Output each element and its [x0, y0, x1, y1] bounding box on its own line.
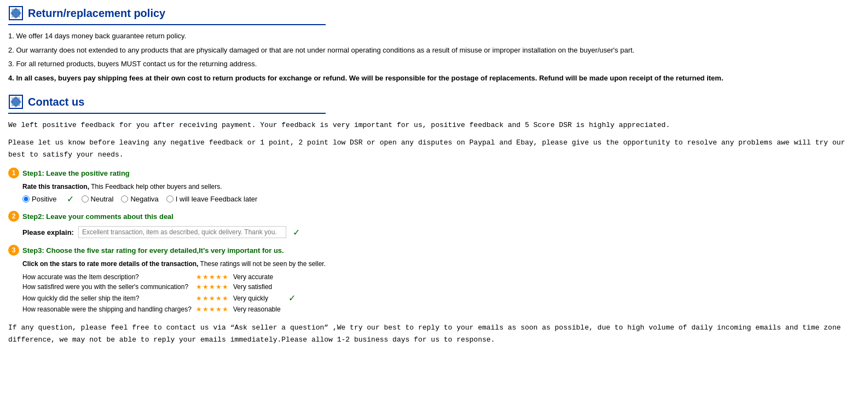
radio-later-input[interactable] [166, 195, 173, 203]
policy-item-1: 1. We offer 14 days money back guarantee… [8, 31, 860, 42]
rating-row-4: How reasonable were the shipping and han… [22, 304, 300, 314]
rate-text-sub: This Feedback help other buyers and sell… [91, 183, 222, 191]
radio-negative-label: Negativa [130, 195, 158, 203]
radio-neutral[interactable]: Neutral [82, 195, 114, 203]
policy-item-2: 2. Our warranty does not extended to any… [8, 45, 860, 56]
step2-container: 2 Step2: Leave your comments about this … [8, 211, 860, 238]
svg-rect-3 [13, 10, 19, 16]
rating-question-3: How quickly did the seller ship the item… [22, 292, 196, 304]
policy-item-1-text: 1. We offer 14 days money back guarantee… [8, 32, 186, 40]
radio-later[interactable]: I will leave Feedback later [166, 195, 258, 203]
stars-instruction-normal: These ratings will not be seen by the se… [200, 260, 326, 268]
ratings-table: How accurate was the Item description? ★… [22, 272, 300, 314]
positive-checkmark: ✓ [67, 194, 74, 204]
ship-checkmark: ✓ [288, 293, 296, 303]
rating-question-4: How reasonable were the shipping and han… [22, 304, 196, 314]
radio-later-label: I will leave Feedback later [176, 195, 258, 203]
rating-desc-2: Very satisfied [233, 282, 285, 292]
feedback-text-1: We left positive feedback for you after … [8, 119, 860, 131]
rating-row-1: How accurate was the Item description? ★… [22, 272, 300, 282]
rating-question-2: How satisfired were you with the seller'… [22, 282, 196, 292]
rating-row-3: How quickly did the seller ship the item… [22, 292, 300, 304]
policy-item-3: 3. For all returned products, buyers MUS… [8, 59, 860, 70]
rating-stars-2[interactable]: ★★★★★ [196, 282, 233, 292]
radio-positive-label: Positive [32, 195, 57, 203]
radio-positive[interactable]: Positive [22, 195, 57, 203]
rating-stars-1[interactable]: ★★★★★ [196, 272, 233, 282]
feedback-text-2: Please let us know before leaving any ne… [8, 137, 860, 161]
rating-row-2: How satisfired were you with the seller'… [22, 282, 300, 292]
step2-number: 2 [8, 211, 19, 222]
return-policy-section: Return/replacement policy 1. We offer 14… [8, 5, 860, 83]
stars-instruction: Click on the stars to rate more details … [22, 260, 860, 268]
contact-diamond-icon [8, 94, 24, 109]
step3-label: Step3: Choose the five star rating for e… [22, 246, 284, 255]
explain-input[interactable] [78, 226, 286, 238]
step3-number: 3 [8, 245, 19, 256]
rating-stars-3[interactable]: ★★★★★ [196, 292, 233, 304]
rating-desc-3: Very quickly [233, 292, 285, 304]
policy-item-4-text: 4. In all cases, buyers pay shipping fee… [8, 74, 724, 82]
contact-us-divider [8, 113, 326, 114]
policy-item-2-text: 2. Our warranty does not extended to any… [8, 46, 634, 54]
step1-container: 1 Step1: Leave the positive rating Rate … [8, 168, 860, 204]
step3-header: 3 Step3: Choose the five star rating for… [8, 245, 860, 256]
rate-text: Rate this transaction, This Feedback hel… [22, 183, 860, 191]
step2-label: Step2: Leave your comments about this de… [22, 212, 173, 221]
policy-item-4: 4. In all cases, buyers pay shipping fee… [8, 73, 860, 84]
explain-label: Please explain: [22, 228, 74, 236]
explain-checkmark: ✓ [293, 227, 300, 238]
rating-desc-1: Very accurate [233, 272, 285, 282]
stars-instruction-bold: Click on the stars to rate more details … [22, 260, 198, 268]
step3-container: 3 Step3: Choose the five star rating for… [8, 245, 860, 314]
policy-item-3-text: 3. For all returned products, buyers MUS… [8, 60, 257, 68]
radio-group: Positive ✓ Neutral Negativa I will leave… [22, 194, 860, 204]
step1-header: 1 Step1: Leave the positive rating [8, 168, 860, 178]
step1-label: Step1: Leave the positive rating [22, 169, 130, 177]
rating-stars-4[interactable]: ★★★★★ [196, 304, 233, 314]
radio-negative-input[interactable] [121, 195, 128, 203]
radio-positive-input[interactable] [22, 195, 30, 203]
return-policy-title-row: Return/replacement policy [8, 5, 860, 21]
radio-neutral-input[interactable] [82, 195, 89, 203]
radio-negative[interactable]: Negativa [121, 195, 158, 203]
contact-us-heading: Contact us [28, 96, 84, 108]
rate-text-bold: Rate this transaction, [22, 183, 89, 191]
footer-contact-text: If any question, please feel free to con… [8, 322, 860, 346]
step2-header: 2 Step2: Leave your comments about this … [8, 211, 860, 222]
explain-row: Please explain: ✓ [22, 226, 860, 238]
svg-rect-7 [13, 99, 19, 105]
contact-us-title-row: Contact us [8, 94, 860, 109]
policy-list: 1. We offer 14 days money back guarantee… [8, 31, 860, 83]
rating-desc-4: Very reasonable [233, 304, 285, 314]
radio-neutral-label: Neutral [91, 195, 114, 203]
return-policy-heading: Return/replacement policy [28, 7, 165, 20]
rating-question-1: How accurate was the Item description? [22, 272, 196, 282]
return-policy-divider [8, 24, 326, 25]
diamond-icon [8, 5, 24, 21]
step1-number: 1 [8, 168, 19, 178]
contact-us-section: Contact us We left positive feedback for… [8, 94, 860, 314]
